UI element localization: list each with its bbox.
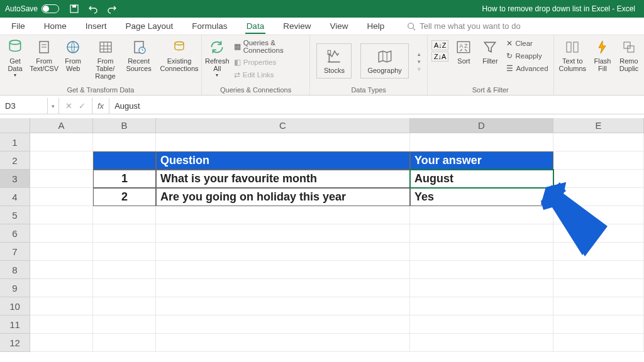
advanced-icon: ☰ [506,64,513,73]
menu-home[interactable]: Home [43,21,68,31]
existing-connections-button[interactable]: Existing Connections [160,36,199,72]
row-header[interactable]: 7 [0,243,30,261]
flash-fill-button[interactable]: Flash Fill [590,36,615,72]
ribbon-group-label [557,85,641,95]
recent-sources-button[interactable]: Recent Sources [125,36,152,72]
filter-button[interactable]: Filter [477,36,502,65]
funnel-icon [481,38,499,56]
table-cell-num[interactable]: 2 [93,188,156,206]
autosave-toggle[interactable]: AutoSave [5,4,59,13]
recent-icon [130,38,148,56]
menu-review[interactable]: Review [282,21,312,31]
name-box[interactable]: D3 [0,98,48,114]
select-all-corner[interactable] [0,118,30,133]
svg-rect-22 [624,42,630,48]
refresh-all-button[interactable]: Refresh All▾ [204,36,230,78]
chevron-down-icon[interactable]: ▾ [418,58,421,65]
menu-help[interactable]: Help [365,21,386,31]
ribbon-group-label: Sort & Filter [430,85,551,95]
title-bar: AutoSave How to remove drop down list in… [0,0,644,18]
refresh-icon [208,38,226,56]
row-header[interactable]: 8 [0,261,30,279]
geography-button[interactable]: Geography [360,43,408,79]
col-header-a[interactable]: A [30,118,93,133]
chevron-down-icon: ▾ [216,72,218,78]
svg-text:A Z: A Z [460,43,469,49]
table-cell-question[interactable]: What is your favourite month [156,170,410,188]
menu-page-layout[interactable]: Page Layout [125,21,175,31]
globe-icon [64,38,82,56]
column-headers: A B C D E [0,118,644,133]
svg-line-3 [413,28,416,30]
from-web-button[interactable]: From Web [60,36,86,72]
menu-formulas[interactable]: Formulas [191,21,228,31]
save-icon[interactable] [69,4,79,14]
menu-file[interactable]: File [10,21,26,31]
more-icon[interactable]: ▿ [418,66,421,72]
table-cell-question[interactable]: Are you going on holiday this year [156,188,410,206]
ribbon: Get Data▾ From Text/CSV From Web From Ta… [0,35,644,96]
tell-me-search[interactable]: Tell me what you want to do [407,21,520,31]
col-header-b[interactable]: B [93,118,156,133]
remove-duplicates-button[interactable]: Remo Duplic [616,36,641,72]
autosave-label: AutoSave [5,4,38,13]
queries-connections-button[interactable]: ▦Queries & Connections [231,38,308,55]
svg-point-16 [175,42,184,45]
properties-icon: ◧ [234,58,241,67]
fx-button[interactable]: fx [92,98,109,114]
search-icon [407,22,416,31]
sort-button[interactable]: A Z Sort [451,36,476,65]
row-header[interactable]: 3 [0,170,30,188]
chevron-up-icon[interactable]: ▴ [418,51,421,57]
advanced-button[interactable]: ☰Advanced [504,63,550,74]
clear-button[interactable]: ✕Clear [504,38,550,49]
row-header[interactable]: 5 [0,206,30,224]
table-header-question[interactable]: Question [156,151,410,170]
row-header[interactable]: 12 [0,334,30,352]
ribbon-group-label: Get & Transform Data [3,85,199,95]
from-table-range-button[interactable]: From Table/ Range [87,36,124,80]
spreadsheet-grid[interactable]: A B C D E 1 2 Question Your answer 3 1 W… [0,118,644,352]
row-header[interactable]: 11 [0,315,30,334]
svg-rect-1 [72,5,76,8]
table-cell-num[interactable]: 1 [93,170,156,188]
col-header-e[interactable]: E [553,118,644,133]
reapply-icon: ↻ [506,52,513,60]
redo-icon[interactable] [107,4,117,14]
table-header[interactable] [93,151,156,170]
ribbon-group-data-tools: Text to Columns Flash Fill Remo Duplic [554,35,644,95]
stocks-button[interactable]: Stocks [316,43,352,79]
undo-icon[interactable] [88,4,98,14]
table-cell-answer[interactable]: Yes [410,188,553,206]
reapply-button[interactable]: ↻Reapply [504,50,550,62]
file-icon [35,38,53,56]
formula-input[interactable]: August [109,101,644,111]
menu-bar: File Home Insert Page Layout Formulas Da… [0,18,644,35]
cancel-icon[interactable]: ✕ [65,101,72,111]
col-header-c[interactable]: C [156,118,410,133]
row-header[interactable]: 9 [0,279,30,297]
ribbon-group-label: Queries & Connections [204,85,308,95]
menu-data[interactable]: Data [245,21,266,34]
text-to-columns-button[interactable]: Text to Columns [557,36,589,72]
row-header[interactable]: 10 [0,297,30,315]
get-data-button[interactable]: Get Data▾ [3,36,28,78]
name-box-dropdown[interactable]: ▾ [48,98,59,114]
enter-icon[interactable]: ✓ [79,101,86,111]
columns-icon [564,38,581,56]
row-header[interactable]: 1 [0,133,30,151]
sort-za-button[interactable]: Z↓A [431,52,449,62]
table-cell-answer-selected[interactable]: August [410,170,553,188]
table-header-answer[interactable]: Your answer [410,151,553,170]
ribbon-group-sort-filter: A↓Z Z↓A A Z Sort Filter ✕Clear ↻Reapply … [428,35,554,95]
sort-az-button[interactable]: A↓Z [431,40,449,50]
col-header-d[interactable]: D [410,118,553,133]
row-header[interactable]: 2 [0,151,30,170]
row-header[interactable]: 4 [0,188,30,206]
menu-view[interactable]: View [328,21,349,31]
svg-point-4 [9,40,20,45]
window-title: How to remove drop down list in Excel - … [117,4,639,13]
menu-insert[interactable]: Insert [84,21,108,31]
from-text-csv-button[interactable]: From Text/CSV [29,36,59,72]
row-header[interactable]: 6 [0,224,30,243]
